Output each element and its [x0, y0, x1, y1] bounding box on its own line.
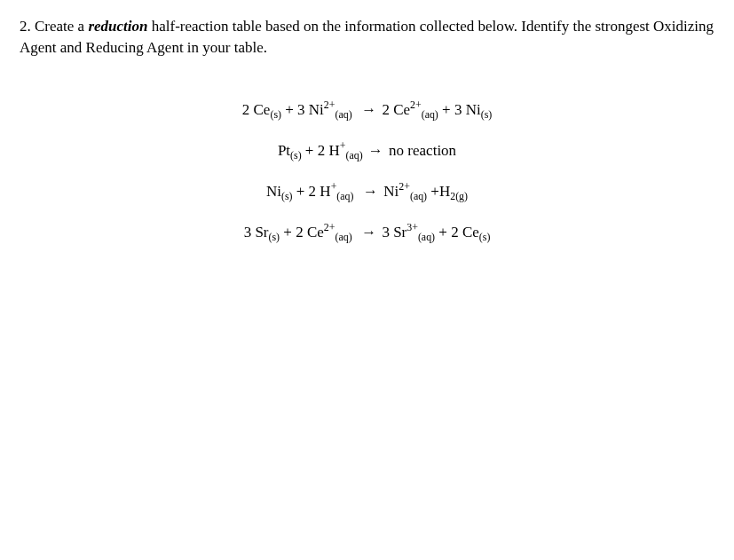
state: (aq) [345, 149, 362, 162]
coef: 3 [244, 224, 252, 241]
question-emphasis: reduction [88, 18, 147, 35]
state: (aq) [335, 108, 351, 121]
arrow-icon: → [361, 101, 376, 119]
coef: 3 [454, 101, 462, 118]
species: Ni [309, 101, 324, 118]
species: Ni [266, 183, 281, 200]
species: Ni [383, 183, 399, 200]
plus: + [280, 224, 296, 241]
state: (s) [481, 108, 493, 121]
coef: 3 [382, 224, 390, 241]
species: Sr [255, 224, 268, 241]
species: Ce [254, 101, 271, 118]
state: (aq) [422, 108, 438, 121]
state: (aq) [336, 190, 353, 202]
question-prefix: Create a [35, 18, 88, 35]
plus: + [442, 101, 454, 118]
equations-block: 2 Ce(s) + 3 Ni2+(aq) → 2 Ce2+(aq) + 3 Ni… [20, 101, 714, 264]
species: Ce [462, 224, 479, 241]
coef: 2 [318, 142, 326, 159]
plus: + [427, 183, 439, 200]
species: Ce [393, 101, 410, 118]
state: (s) [290, 149, 302, 162]
species: Ni [466, 101, 481, 118]
state: (aq) [335, 231, 351, 243]
charge: 2+ [410, 99, 422, 111]
species: Pt [278, 142, 290, 159]
state: (s) [269, 231, 280, 243]
species: Ce [307, 224, 324, 241]
species: H [328, 142, 339, 159]
state: (s) [479, 231, 491, 243]
coef: 3 [297, 101, 305, 118]
species: H [320, 183, 330, 200]
arrow-icon: → [363, 183, 378, 201]
state: (aq) [418, 231, 435, 243]
charge: 2+ [324, 221, 335, 233]
charge: 2+ [324, 99, 335, 111]
state: (s) [281, 190, 293, 202]
coef: 2 [242, 101, 250, 118]
question-prompt: 2. Create a reduction half-reaction tabl… [20, 16, 714, 59]
state: (aq) [410, 190, 427, 202]
arrow-icon: → [368, 142, 383, 160]
no-reaction-text: no reaction [389, 142, 456, 159]
question-number: 2. [20, 18, 31, 35]
equation-4: 3 Sr(s) + 2 Ce2+(aq) → 3 Sr3+(aq) + 2 Ce… [244, 224, 491, 241]
equation-2: Pt(s) + 2 H+(aq) → no reaction [278, 142, 456, 160]
equation-1: 2 Ce(s) + 3 Ni2+(aq) → 2 Ce2+(aq) + 3 Ni… [242, 101, 492, 119]
species: H [439, 183, 450, 200]
state: (g) [455, 190, 468, 202]
coef: 2 [382, 101, 390, 118]
equation-3: Ni(s) + 2 H+(aq) → Ni2+(aq) +H2(g) [266, 183, 468, 201]
plus: + [281, 101, 297, 118]
charge: 2+ [399, 180, 410, 193]
coef: 2 [296, 224, 304, 241]
state: (s) [270, 108, 281, 121]
coef: 2 [309, 183, 317, 200]
species: Sr [393, 224, 406, 241]
plus: + [438, 224, 451, 241]
plus: + [293, 183, 309, 200]
coef: 2 [451, 224, 459, 241]
arrow-icon: → [361, 224, 376, 241]
plus: + [302, 142, 318, 159]
charge: 3+ [406, 221, 418, 233]
